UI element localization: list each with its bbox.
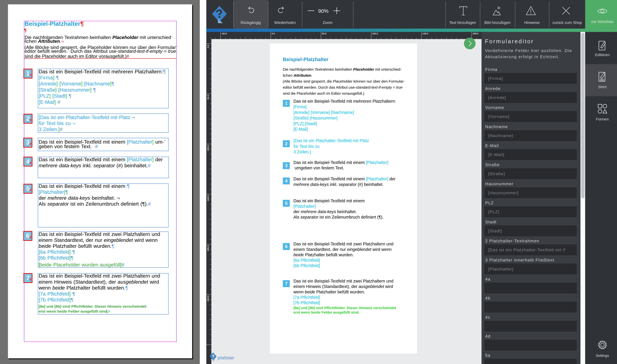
svg-text:?: ? xyxy=(212,354,215,359)
svg-text:?: ? xyxy=(215,7,224,20)
